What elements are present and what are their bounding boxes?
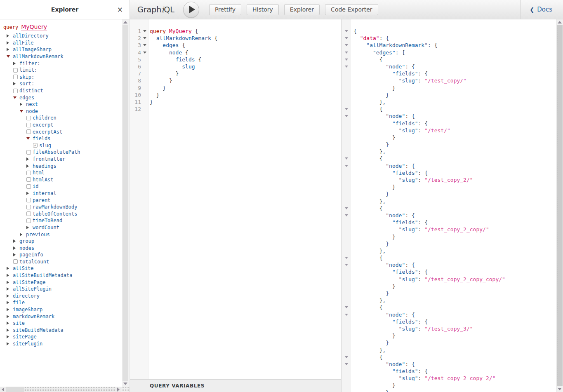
explorer-field-allImageSharp[interactable]: allImageSharp <box>3 46 121 53</box>
query-variables-bar[interactable]: QUERY VARIABLES <box>130 379 341 392</box>
explorer-field-headings[interactable]: headings <box>3 162 121 169</box>
explorer-field-totalCount[interactable]: totalCount <box>3 258 121 265</box>
explorer-field-directory[interactable]: directory <box>3 293 121 300</box>
fold-icon[interactable] <box>342 214 351 216</box>
explorer-field-children[interactable]: children <box>3 115 121 122</box>
chevron-down-icon[interactable] <box>13 96 16 99</box>
checkbox-unchecked[interactable] <box>26 129 31 134</box>
explorer-field-group[interactable]: group <box>3 238 121 245</box>
fold-icon[interactable] <box>342 257 351 259</box>
explorer-field-distinct[interactable]: distinct <box>3 87 121 94</box>
explorer-field-parent[interactable]: parent <box>3 197 121 204</box>
explorer-field-sitePage[interactable]: sitePage <box>3 333 121 340</box>
checkbox-unchecked[interactable] <box>26 205 31 209</box>
explorer-field-frontmatter[interactable]: frontmatter <box>3 156 121 163</box>
explorer-field-nodes[interactable]: nodes <box>3 244 121 251</box>
fold-icon[interactable] <box>141 37 148 39</box>
fold-icon[interactable] <box>342 108 351 110</box>
explorer-field-id[interactable]: id <box>3 183 121 190</box>
explorer-field-limit[interactable]: limit: <box>3 67 121 74</box>
explorer-field-next[interactable]: next <box>3 101 121 108</box>
fold-icon[interactable] <box>342 306 351 308</box>
fold-icon[interactable] <box>342 59 351 61</box>
toolbar-button-prettify[interactable]: Prettify <box>209 4 241 15</box>
explorer-field-previous[interactable]: previous <box>3 231 121 238</box>
explorer-field-allFile[interactable]: allFile <box>3 40 121 47</box>
chevron-right-icon[interactable] <box>7 41 9 45</box>
explorer-field-allMarkdownRemark[interactable]: allMarkdownRemark <box>3 53 121 60</box>
chevron-right-icon[interactable] <box>20 103 22 106</box>
chevron-right-icon[interactable] <box>7 294 9 298</box>
fold-icon[interactable] <box>342 30 351 32</box>
explorer-field-tableOfContents[interactable]: tableOfContents <box>3 210 121 217</box>
fold-icon[interactable] <box>342 264 351 266</box>
scroll-down-icon[interactable] <box>122 381 129 387</box>
checkbox-unchecked[interactable] <box>26 198 31 202</box>
toolbar-button-history[interactable]: History <box>247 4 279 15</box>
explorer-field-timeToRead[interactable]: timeToRead <box>3 217 121 224</box>
scrollbar-thumb[interactable] <box>122 25 128 381</box>
scroll-right-icon[interactable] <box>115 387 121 392</box>
checkbox-checked[interactable] <box>33 143 38 148</box>
fold-icon[interactable] <box>342 115 351 117</box>
chevron-right-icon[interactable] <box>7 281 9 284</box>
checkbox-unchecked[interactable] <box>26 177 31 182</box>
chevron-right-icon[interactable] <box>20 233 22 236</box>
chevron-right-icon[interactable] <box>13 246 16 250</box>
checkbox-unchecked[interactable] <box>26 116 31 120</box>
explorer-field-sort[interactable]: sort: <box>3 80 121 87</box>
fold-icon[interactable] <box>342 207 351 209</box>
explorer-field-allSitePlugin[interactable]: allSitePlugin <box>3 286 121 293</box>
chevron-right-icon[interactable] <box>7 335 9 338</box>
explorer-field-html[interactable]: html <box>3 169 121 176</box>
fold-icon[interactable] <box>141 52 148 54</box>
checkbox-unchecked[interactable] <box>13 89 18 93</box>
query-editor[interactable]: 1query MyQuery {2 allMarkdownRemark {3 e… <box>130 19 341 379</box>
fold-icon[interactable] <box>342 157 351 160</box>
scrollbar-thumb[interactable] <box>6 387 24 392</box>
scroll-up-icon[interactable] <box>556 19 563 25</box>
explorer-field-slug[interactable]: slug <box>3 142 121 149</box>
fold-icon[interactable] <box>342 52 351 54</box>
chevron-down-icon[interactable] <box>7 55 10 58</box>
explorer-field-allSiteBuildMetadata[interactable]: allSiteBuildMetadata <box>3 272 121 279</box>
explorer-field-sitePlugin[interactable]: sitePlugin <box>3 340 121 347</box>
fold-icon[interactable] <box>342 356 351 358</box>
explorer-field-imageSharp[interactable]: imageSharp <box>3 306 121 313</box>
explorer-field-file[interactable]: file <box>3 299 121 306</box>
explorer-field-pageInfo[interactable]: pageInfo <box>3 251 121 258</box>
chevron-right-icon[interactable] <box>7 274 9 277</box>
explorer-field-wordCount[interactable]: wordCount <box>3 224 121 231</box>
chevron-down-icon[interactable] <box>20 110 23 113</box>
chevron-right-icon[interactable] <box>13 253 16 256</box>
checkbox-unchecked[interactable] <box>26 171 31 175</box>
explorer-field-htmlAst[interactable]: htmlAst <box>3 176 121 183</box>
execute-query-button[interactable] <box>183 2 199 18</box>
fold-icon[interactable] <box>342 314 351 316</box>
checkbox-unchecked[interactable] <box>26 184 31 189</box>
explorer-field-excerptAst[interactable]: excerptAst <box>3 128 121 135</box>
fold-icon[interactable] <box>342 66 351 68</box>
fold-icon[interactable] <box>342 165 351 167</box>
explorer-field-site[interactable]: site <box>3 320 121 327</box>
close-icon[interactable]: × <box>117 5 123 14</box>
fold-icon[interactable] <box>141 30 148 32</box>
checkbox-unchecked[interactable] <box>26 150 31 155</box>
explorer-field-excerpt[interactable]: excerpt <box>3 122 121 129</box>
chevron-right-icon[interactable] <box>7 34 9 38</box>
chevron-right-icon[interactable] <box>7 287 9 291</box>
chevron-right-icon[interactable] <box>26 157 29 161</box>
chevron-right-icon[interactable] <box>7 267 9 270</box>
docs-link[interactable]: ❮ Docs <box>520 0 563 19</box>
chevron-right-icon[interactable] <box>26 226 29 229</box>
explorer-field-allSitePage[interactable]: allSitePage <box>3 279 121 286</box>
explorer-horizontal-scrollbar[interactable] <box>0 387 121 392</box>
fold-icon[interactable] <box>141 44 148 46</box>
explorer-field-node[interactable]: node <box>3 108 121 115</box>
explorer-vertical-scrollbar[interactable] <box>122 19 129 387</box>
chevron-right-icon[interactable] <box>7 301 9 304</box>
scroll-up-icon[interactable] <box>122 19 129 25</box>
explorer-field-edges[interactable]: edges <box>3 94 121 101</box>
fold-icon[interactable] <box>342 363 351 365</box>
explorer-field-fileAbsolutePath[interactable]: fileAbsolutePath <box>3 149 121 156</box>
